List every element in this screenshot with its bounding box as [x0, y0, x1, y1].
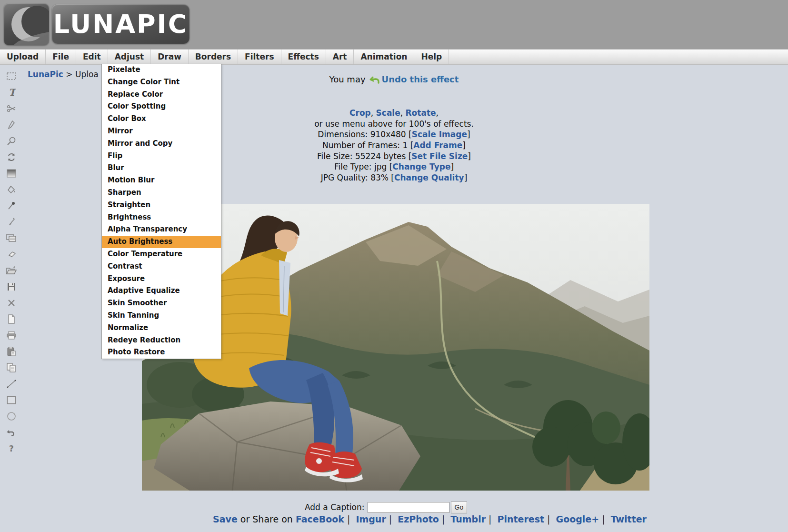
rotate-link[interactable]: Rotate — [406, 108, 436, 118]
scale-image-link[interactable]: Scale Image — [412, 130, 467, 139]
save-link[interactable]: Save — [213, 514, 238, 524]
gradient-icon[interactable] — [6, 168, 17, 179]
pinterest-link[interactable]: Pinterest — [498, 514, 545, 524]
zoom-icon[interactable] — [6, 136, 17, 146]
set-file-size-link[interactable]: Set File Size — [411, 151, 468, 161]
menu-item-change-color-tint[interactable]: Change Color Tint — [102, 76, 221, 89]
undo-this-effect-link[interactable]: Undo this effect — [382, 74, 459, 84]
tumblr-link[interactable]: Tumblr — [450, 514, 486, 524]
share-separator: | — [489, 514, 491, 524]
menu-item-skin-smoother[interactable]: Skin Smoother — [102, 297, 221, 310]
bracket: ] — [462, 141, 466, 150]
menu-help[interactable]: Help — [414, 50, 449, 64]
undo-tool-icon[interactable] — [6, 427, 17, 438]
menu-item-replace-color[interactable]: Replace Color — [102, 89, 221, 101]
caption-row: Add a Caption: Go — [305, 502, 467, 513]
menu-item-flip[interactable]: Flip — [102, 150, 221, 162]
delete-icon[interactable] — [6, 298, 17, 308]
crop-link[interactable]: Crop — [349, 108, 371, 118]
rotate-icon[interactable] — [6, 152, 17, 162]
bracket: ] — [467, 130, 470, 139]
animation-frames-icon[interactable] — [6, 233, 17, 243]
pencil-icon[interactable] — [6, 120, 17, 130]
rectangle-select-icon[interactable] — [6, 71, 17, 81]
moon-icon — [4, 3, 49, 45]
paste-clipboard-icon[interactable] — [6, 346, 17, 357]
menu-upload[interactable]: Upload — [0, 50, 46, 64]
menu-item-redeye-reduction[interactable]: Redeye Reduction — [102, 334, 221, 347]
menu-animation[interactable]: Animation — [354, 50, 414, 64]
menu-edit[interactable]: Edit — [76, 50, 108, 64]
rectangle-tool-icon[interactable] — [6, 395, 17, 405]
share-separator: | — [347, 514, 350, 524]
copy-icon[interactable] — [6, 362, 17, 373]
paintbrush-icon[interactable] — [6, 217, 17, 227]
add-frame-link[interactable]: Add Frame — [413, 141, 462, 150]
menu-item-sharpen[interactable]: Sharpen — [102, 187, 221, 199]
ezphoto-link[interactable]: EzPhoto — [398, 514, 439, 524]
go-button[interactable]: Go — [451, 502, 468, 513]
menu-item-motion-blur[interactable]: Motion Blur — [102, 174, 221, 187]
share-separator: | — [602, 514, 605, 524]
text-tool-icon[interactable]: T — [6, 87, 17, 98]
menu-borders[interactable]: Borders — [189, 50, 238, 64]
ellipse-tool-icon[interactable] — [6, 411, 17, 422]
menu-item-adaptive-equalize[interactable]: Adaptive Equalize — [102, 285, 221, 297]
color-picker-icon[interactable] — [6, 201, 17, 211]
print-icon[interactable] — [6, 330, 17, 341]
caption-input[interactable] — [368, 502, 449, 513]
menu-item-straighten[interactable]: Straighten — [102, 199, 221, 211]
lunapic-logo[interactable]: LUNAPIC — [4, 3, 190, 45]
adjust-dropdown-menu: Pixelate Change Color Tint Replace Color… — [101, 64, 221, 359]
menu-item-normalize[interactable]: Normalize — [102, 322, 221, 334]
menu-item-auto-brightness-selected[interactable]: Auto Brightness — [102, 236, 221, 248]
menu-draw[interactable]: Draw — [151, 50, 189, 64]
logo-text: LUNAPIC — [53, 9, 189, 39]
menu-item-exposure[interactable]: Exposure — [102, 273, 221, 285]
help-icon[interactable]: ? — [6, 443, 17, 454]
share-separator: | — [547, 514, 550, 524]
menu-file[interactable]: File — [46, 50, 76, 64]
menu-item-color-temperature[interactable]: Color Temperature — [102, 248, 221, 261]
undo-arrow-icon — [369, 76, 380, 86]
menu-item-mirror-and-copy[interactable]: Mirror and Copy — [102, 138, 221, 150]
menu-item-blur[interactable]: Blur — [102, 162, 221, 174]
svg-text:?: ? — [9, 444, 14, 453]
menu-item-photo-restore[interactable]: Photo Restore — [102, 346, 221, 359]
new-document-icon[interactable] — [6, 314, 17, 324]
menu-effects[interactable]: Effects — [281, 50, 326, 64]
change-quality-link[interactable]: Change Quality — [394, 173, 464, 182]
change-type-link[interactable]: Change Type — [392, 162, 450, 171]
menu-filters[interactable]: Filters — [238, 50, 281, 64]
menu-item-color-box[interactable]: Color Box — [102, 113, 221, 125]
filesize-label: File Size: 55224 bytes [ — [317, 151, 411, 161]
menu-adjust[interactable]: Adjust — [108, 50, 151, 64]
facebook-link[interactable]: FaceBook — [296, 514, 344, 524]
menu-item-color-spotting[interactable]: Color Spotting — [102, 100, 221, 113]
cut-icon[interactable] — [6, 103, 17, 114]
frames-label: Number of Frames: 1 [ — [322, 141, 413, 150]
bracket: ] — [468, 151, 471, 161]
paint-bucket-icon[interactable] — [6, 184, 17, 195]
eraser-icon[interactable] — [6, 249, 17, 260]
menu-item-pixelate[interactable]: Pixelate — [102, 64, 221, 76]
googleplus-link[interactable]: Google+ — [556, 514, 599, 524]
scale-link[interactable]: Scale — [376, 108, 400, 118]
bracket: ] — [464, 173, 468, 182]
filetype-label: File Type: jpg [ — [334, 162, 392, 171]
twitter-link[interactable]: Twitter — [611, 514, 647, 524]
line-tool-icon[interactable] — [6, 379, 17, 389]
caption-label: Add a Caption: — [305, 502, 365, 512]
menu-item-contrast[interactable]: Contrast — [102, 261, 221, 273]
share-separator: | — [389, 514, 392, 524]
save-icon[interactable] — [6, 281, 17, 292]
menu-art[interactable]: Art — [326, 50, 354, 64]
menu-item-alpha-transparency[interactable]: Alpha Transparency — [102, 223, 221, 236]
menu-item-mirror[interactable]: Mirror — [102, 125, 221, 138]
menu-item-brightness[interactable]: Brightness — [102, 211, 221, 224]
open-folder-icon[interactable] — [6, 265, 17, 276]
bracket: ] — [450, 162, 454, 171]
undo-prefix-text: You may — [329, 74, 366, 84]
imgur-link[interactable]: Imgur — [356, 514, 386, 524]
menu-item-skin-tanning[interactable]: Skin Tanning — [102, 310, 221, 322]
